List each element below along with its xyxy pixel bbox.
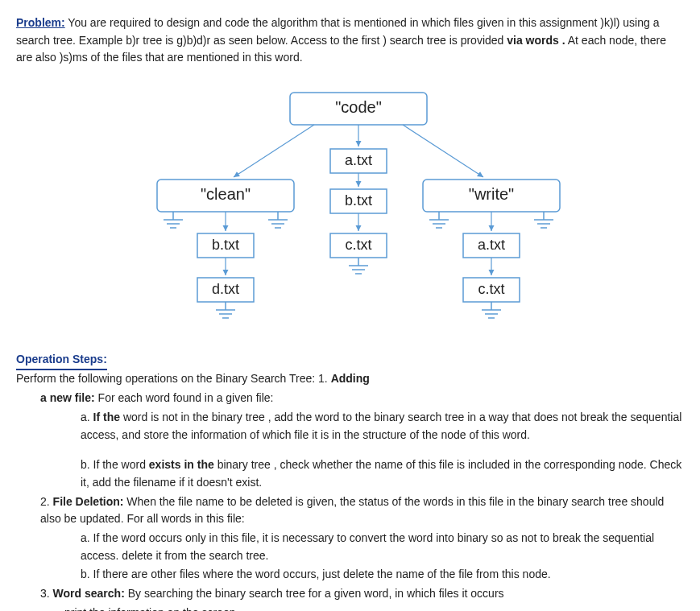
operation-steps-section: Operation Steps: Perform the following o…	[16, 351, 684, 611]
right-file-2-label: c.txt	[478, 281, 504, 297]
ground-icon	[216, 302, 235, 318]
right-file-1-label: a.txt	[478, 237, 505, 253]
ops-intro: Perform the following operations on the …	[16, 370, 684, 388]
ops-step2-rest: When the file name to be deleted is give…	[40, 495, 664, 526]
ground-icon	[164, 212, 183, 228]
ground-icon	[534, 212, 553, 228]
ground-icon	[268, 212, 288, 228]
ops-newfile-text: For each word found in a given file:	[95, 391, 274, 404]
ops-step1-b: b. If the word exists in the binary tree…	[81, 456, 684, 491]
tree-right-label: "write"	[469, 185, 514, 203]
tree-left-label: "clean"	[201, 185, 251, 203]
ops-step1-a-bold: If the	[93, 411, 120, 423]
ops-step1-a: a. If the word is not in the binary tree…	[81, 409, 684, 444]
left-file-2-label: d.txt	[212, 281, 239, 297]
ops-step3: 3. Word search: By searching the binary …	[40, 585, 684, 603]
ops-step1-b-prefix: b. If the word	[81, 458, 149, 471]
problem-paragraph: Problem: You are required to design and …	[16, 14, 684, 67]
ground-icon	[482, 302, 501, 318]
tree-root-label: "code"	[335, 98, 382, 116]
ops-step3-rest: By searching the binary search tree for …	[125, 587, 504, 600]
ops-step2-b: b. If there are other files where the wo…	[81, 566, 684, 584]
ops-step2: 2. File Deletion: When the file name to …	[40, 493, 684, 528]
ops-newfile-bold: a new file:	[40, 391, 95, 404]
problem-text-bold: via words .	[507, 34, 565, 47]
ops-step1-b-bold: exists in the	[149, 458, 214, 471]
root-file-2-label: b.txt	[345, 192, 372, 208]
ops-intro-bold: Adding	[331, 372, 370, 385]
problem-heading: Problem:	[16, 16, 65, 29]
ops-step2-bold: File Deletion:	[53, 495, 124, 508]
ops-step2-prefix: 2.	[40, 495, 53, 508]
svg-line-0	[234, 125, 314, 177]
svg-line-2	[403, 125, 483, 177]
left-file-1-label: b.txt	[212, 237, 239, 253]
ops-step3-bold: Word search:	[53, 587, 125, 600]
ops-step2-a: a. If the word occurs only in this file,…	[81, 530, 684, 564]
ground-icon	[429, 212, 449, 228]
root-file-3-label: c.txt	[345, 237, 371, 253]
ground-icon	[349, 258, 368, 274]
ops-step3-prefix: 3.	[40, 587, 53, 600]
ops-step3-tail: print the information on the screen.	[64, 605, 684, 611]
ops-step1-a-rest: word is not in the binary tree , add the…	[81, 411, 681, 441]
ops-intro-text: Perform the following operations on the …	[16, 372, 331, 385]
tree-diagram: .nodebox { fill:#fff; stroke:#5b9bd5; st…	[16, 85, 684, 326]
ops-heading: Operation Steps:	[16, 351, 107, 371]
root-file-1-label: a.txt	[345, 152, 372, 168]
ops-newfile: a new file: For each word found in a giv…	[40, 390, 684, 407]
ops-step1-a-prefix: a.	[81, 411, 93, 423]
